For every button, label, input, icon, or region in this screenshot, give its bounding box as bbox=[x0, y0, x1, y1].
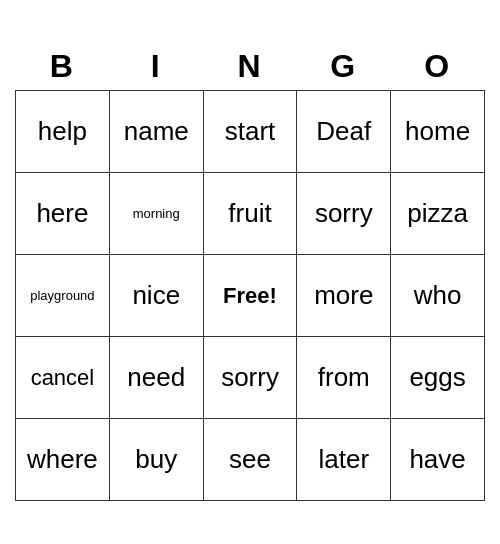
bingo-cell-2-3: more bbox=[297, 255, 391, 337]
header-letter-o: O bbox=[391, 43, 485, 91]
bingo-cell-3-4: eggs bbox=[391, 337, 485, 419]
bingo-cell-2-2: Free! bbox=[203, 255, 297, 337]
bingo-cell-0-4: home bbox=[391, 91, 485, 173]
bingo-cell-2-4: who bbox=[391, 255, 485, 337]
bingo-cell-3-3: from bbox=[297, 337, 391, 419]
bingo-cell-0-3: Deaf bbox=[297, 91, 391, 173]
bingo-header-row: BINGO bbox=[16, 43, 485, 91]
bingo-row-4: wherebuyseelaterhave bbox=[16, 419, 485, 501]
header-letter-g: G bbox=[297, 43, 391, 91]
bingo-row-0: helpnamestartDeafhome bbox=[16, 91, 485, 173]
bingo-cell-1-3: sorry bbox=[297, 173, 391, 255]
bingo-cell-3-2: sorry bbox=[203, 337, 297, 419]
bingo-cell-2-0: playground bbox=[16, 255, 110, 337]
bingo-cell-2-1: nice bbox=[109, 255, 203, 337]
bingo-cell-4-0: where bbox=[16, 419, 110, 501]
header-letter-n: N bbox=[203, 43, 297, 91]
bingo-cell-0-1: name bbox=[109, 91, 203, 173]
header-letter-i: I bbox=[109, 43, 203, 91]
bingo-cell-1-0: here bbox=[16, 173, 110, 255]
bingo-cell-0-2: start bbox=[203, 91, 297, 173]
bingo-cell-3-1: need bbox=[109, 337, 203, 419]
bingo-row-2: playgroundniceFree!morewho bbox=[16, 255, 485, 337]
bingo-cell-0-0: help bbox=[16, 91, 110, 173]
bingo-cell-4-4: have bbox=[391, 419, 485, 501]
bingo-cell-1-1: morning bbox=[109, 173, 203, 255]
bingo-cell-3-0: cancel bbox=[16, 337, 110, 419]
bingo-row-1: heremorningfruitsorrypizza bbox=[16, 173, 485, 255]
bingo-cell-1-4: pizza bbox=[391, 173, 485, 255]
bingo-cell-4-3: later bbox=[297, 419, 391, 501]
bingo-card: BINGO helpnamestartDeafhomeheremorningfr… bbox=[15, 43, 485, 502]
bingo-cell-4-1: buy bbox=[109, 419, 203, 501]
bingo-cell-1-2: fruit bbox=[203, 173, 297, 255]
header-letter-b: B bbox=[16, 43, 110, 91]
bingo-row-3: cancelneedsorryfromeggs bbox=[16, 337, 485, 419]
bingo-cell-4-2: see bbox=[203, 419, 297, 501]
